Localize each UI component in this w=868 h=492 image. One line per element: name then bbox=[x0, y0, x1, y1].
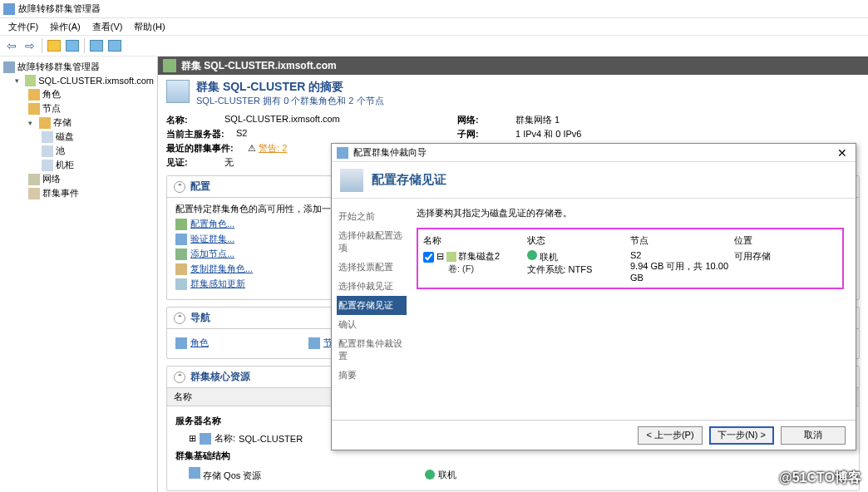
disk-location: 可用存储 bbox=[734, 251, 771, 261]
events-icon bbox=[28, 188, 40, 199]
nodes-icon bbox=[28, 103, 40, 115]
tree-disks[interactable]: 磁盘 bbox=[3, 130, 154, 144]
tree-enclosures-label: 机柜 bbox=[56, 159, 74, 171]
step-configure-quorum: 配置群集仲裁设置 bbox=[337, 334, 407, 366]
col-disk-status[interactable]: 状态 bbox=[527, 234, 631, 247]
host-label: 当前主服务器: bbox=[166, 128, 236, 140]
tree-root[interactable]: 故障转移群集管理器 bbox=[3, 60, 154, 74]
expand-icon[interactable]: ▾ bbox=[28, 119, 37, 127]
expand-icon[interactable]: ⊞ bbox=[189, 433, 196, 444]
panel-icon bbox=[66, 40, 79, 52]
wizard-title-text: 配置群集仲裁向导 bbox=[353, 146, 427, 159]
toolbar-btn-1[interactable] bbox=[46, 37, 62, 54]
tree-nodes[interactable]: 节点 bbox=[3, 101, 154, 116]
disk-row[interactable]: ⊟ 群集磁盘2 卷: (F) 联机 文件系统: NTFS S2 9.94 GB … bbox=[423, 248, 837, 284]
back-button[interactable]: ⇦ bbox=[3, 37, 20, 54]
cancel-button[interactable]: 取消 bbox=[781, 426, 846, 445]
warning-link[interactable]: 警告: 2 bbox=[259, 143, 287, 153]
collapse-icon[interactable]: ⌃ bbox=[174, 371, 185, 383]
tree-disks-label: 磁盘 bbox=[56, 130, 74, 143]
network-label: 网络: bbox=[457, 114, 515, 126]
col-disk-location[interactable]: 位置 bbox=[734, 234, 838, 247]
storage-qos-label: 存储 Qos 资源 bbox=[203, 470, 261, 480]
pools-icon bbox=[42, 145, 53, 157]
navigation-tree: 故障转移群集管理器 ▾SQL-CLUSTER.ixmsoft.com 角色 节点… bbox=[0, 57, 158, 492]
next-button[interactable]: 下一步(N) > bbox=[709, 426, 774, 445]
wizard-banner: 配置存储见证 bbox=[332, 162, 856, 199]
toolbar-btn-2[interactable] bbox=[64, 37, 81, 54]
copy-roles-link[interactable]: 复制群集角色... bbox=[190, 263, 253, 275]
toolbar-btn-3[interactable] bbox=[88, 37, 105, 54]
previous-button[interactable]: < 上一步(P) bbox=[638, 426, 703, 445]
tree-roles[interactable]: 角色 bbox=[3, 87, 154, 101]
separator bbox=[84, 38, 85, 53]
folder-icon bbox=[47, 40, 61, 52]
nav-nodes-icon bbox=[308, 337, 320, 349]
core-section-title: 群集核心资源 bbox=[190, 370, 250, 384]
cluster-name-value: SQL-CLUSTER bbox=[239, 434, 303, 444]
menu-view[interactable]: 查看(V) bbox=[87, 19, 128, 35]
tile-icon bbox=[108, 40, 121, 52]
menu-file[interactable]: 文件(F) bbox=[3, 19, 43, 35]
expand-icon[interactable]: ▾ bbox=[15, 76, 22, 85]
tree-cluster[interactable]: ▾SQL-CLUSTER.ixmsoft.com bbox=[3, 74, 154, 87]
collapse-icon[interactable]: ⌃ bbox=[174, 181, 185, 193]
networks-icon bbox=[28, 174, 40, 185]
tree-storage-label: 存储 bbox=[53, 116, 72, 129]
subnet-value: 1 IPv4 和 0 IPv6 bbox=[515, 128, 581, 140]
summary-title: 群集 SQL-CLUSTER 的摘要 bbox=[196, 80, 384, 95]
online-status-label: 联机 bbox=[438, 469, 456, 481]
menubar: 文件(F) 操作(A) 查看(V) 帮助(H) bbox=[0, 18, 868, 35]
tree-pools[interactable]: 池 bbox=[3, 144, 154, 158]
disk-name: 群集磁盘2 bbox=[458, 251, 500, 261]
wizard-titlebar[interactable]: 配置群集仲裁向导 ✕ bbox=[332, 144, 856, 162]
step-select-witness: 选择仲裁见证 bbox=[337, 277, 407, 296]
watermark: @51CTO博客 bbox=[779, 470, 861, 487]
network-value: 群集网络 1 bbox=[515, 114, 560, 126]
wizard-footer: < 上一步(P) 下一步(N) > 取消 bbox=[332, 420, 856, 450]
subnet-label: 子网: bbox=[457, 128, 515, 140]
collapse-icon[interactable]: ⌃ bbox=[174, 312, 185, 324]
name-row-label: 名称: bbox=[215, 432, 235, 445]
cluster-aware-update-link[interactable]: 群集感知更新 bbox=[190, 278, 245, 290]
arrow-right-icon: ⇨ bbox=[25, 39, 35, 52]
menu-action[interactable]: 操作(A) bbox=[45, 19, 86, 35]
wizard-banner-title: 配置存储见证 bbox=[372, 172, 446, 188]
name-label: 名称: bbox=[166, 114, 224, 126]
arrow-left-icon: ⇦ bbox=[7, 39, 17, 52]
add-node-link[interactable]: 添加节点... bbox=[190, 248, 234, 260]
disk-node: S2 bbox=[630, 250, 641, 260]
tree-storage[interactable]: ▾存储 bbox=[3, 116, 154, 130]
toolbar: ⇦ ⇨ bbox=[0, 35, 868, 57]
tree-enclosures[interactable]: 机柜 bbox=[3, 158, 154, 172]
name-value: SQL-CLUSTER.ixmsoft.com bbox=[224, 114, 457, 126]
disk-filesystem: 文件系统: NTFS bbox=[527, 263, 631, 276]
configure-role-link[interactable]: 配置角色... bbox=[190, 218, 234, 230]
config-section-title: 配置 bbox=[190, 180, 210, 194]
toolbar-btn-4[interactable] bbox=[106, 37, 123, 54]
cluster-icon bbox=[25, 75, 36, 86]
separator bbox=[42, 38, 42, 53]
nav-roles-link[interactable]: 角色 bbox=[190, 337, 209, 349]
tree-networks[interactable]: 网络 bbox=[3, 172, 154, 186]
col-disk-node[interactable]: 节点 bbox=[630, 234, 734, 247]
disk-icon bbox=[446, 252, 456, 262]
nav-section-title: 导航 bbox=[190, 311, 210, 325]
tree-networks-label: 网络 bbox=[42, 173, 61, 185]
cluster-manager-icon bbox=[3, 61, 15, 73]
enclosures-icon bbox=[42, 160, 53, 171]
wizard-title-icon bbox=[337, 147, 348, 159]
col-disk-name[interactable]: 名称 bbox=[423, 234, 527, 247]
menu-help[interactable]: 帮助(H) bbox=[129, 19, 170, 35]
witness-value: 无 bbox=[224, 156, 234, 169]
tree-events[interactable]: 群集事件 bbox=[3, 186, 154, 200]
forward-button[interactable]: ⇨ bbox=[22, 37, 38, 54]
wizard-main: 选择要构其指定为磁盘见证的存储卷。 名称 状态 节点 位置 ⊟ 群集磁盘2 卷:… bbox=[412, 199, 856, 420]
step-select-config: 选择仲裁配置选项 bbox=[337, 226, 407, 258]
content-header: 群集 SQL-CLUSTER.ixmsoft.com bbox=[158, 57, 868, 75]
validate-cluster-link[interactable]: 验证群集... bbox=[190, 233, 234, 245]
summary-subtitle: SQL-CLUSTER 拥有 0 个群集角色和 2 个节点 bbox=[196, 95, 384, 107]
storage-qos-row[interactable]: 存储 Qos 资源 联机 bbox=[175, 465, 851, 484]
close-button[interactable]: ✕ bbox=[834, 146, 851, 160]
disk-checkbox[interactable] bbox=[423, 252, 434, 263]
